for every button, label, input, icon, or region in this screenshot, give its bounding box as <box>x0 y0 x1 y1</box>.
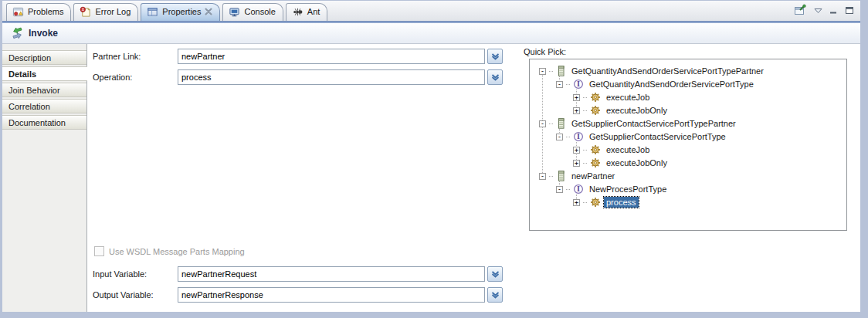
collapse-expander[interactable]: - <box>556 134 563 140</box>
tree-connector <box>549 176 553 177</box>
tab-console[interactable]: Console <box>222 3 283 21</box>
tree-item-label: executeJob <box>604 144 652 155</box>
tree-item[interactable]: - GetQuantityAndSendOrderServicePortType… <box>530 65 846 77</box>
tab-label: Properties <box>162 7 201 16</box>
tree-connector <box>583 202 587 203</box>
interface-icon: I <box>573 131 584 142</box>
view-menu-chevron-icon[interactable] <box>814 8 822 14</box>
tree-item[interactable]: - GetSupplierContactServicePortTypePartn… <box>530 117 846 130</box>
tree-item[interactable]: - I NewProcesPortType <box>530 183 846 195</box>
wsdl-mapping-label: Use WSDL Message Parts Mapping <box>109 247 245 256</box>
tree-connector <box>566 189 570 190</box>
tab-label: Problems <box>28 7 63 16</box>
view-tab-bar: Problems Error Log Properties <box>2 1 860 21</box>
tab-label: Ant <box>307 7 320 16</box>
tree-item-label: NewProcesPortType <box>587 184 669 195</box>
tree-item[interactable]: + executeJobOnly <box>530 104 846 117</box>
sidebar-item-documentation[interactable]: Documentation <box>2 115 86 130</box>
tab-label: Console <box>244 7 275 16</box>
pin-view-icon[interactable] <box>794 4 807 17</box>
operation-dropdown-button[interactable] <box>487 69 503 85</box>
operation-icon <box>590 105 601 116</box>
tree-item[interactable]: + executeJob <box>530 144 846 156</box>
maximize-icon[interactable] <box>845 6 854 15</box>
operation-icon <box>590 157 601 168</box>
properties-icon <box>147 6 158 18</box>
expand-expander[interactable]: + <box>573 199 580 206</box>
tree-connector <box>549 71 553 72</box>
tree-item[interactable]: + executeJobOnly <box>530 157 846 169</box>
sidebar-item-correlation[interactable]: Correlation <box>2 99 86 113</box>
expand-expander[interactable]: + <box>573 107 580 114</box>
invoke-icon <box>11 27 23 39</box>
tab-ant[interactable]: Ant <box>286 3 328 21</box>
tree-connector <box>583 97 587 98</box>
input-variable-field[interactable] <box>178 266 485 282</box>
operation-label: Operation: <box>93 73 132 82</box>
ant-icon <box>292 6 303 18</box>
partner-link-icon <box>556 66 566 76</box>
interface-icon: I <box>573 79 584 90</box>
partner-link-icon <box>556 171 566 181</box>
close-icon[interactable] <box>205 8 212 15</box>
tree-connector <box>583 163 587 164</box>
tree-item-label: GetQuantityAndSendOrderServicePortTypePa… <box>569 66 766 76</box>
svg-text:I: I <box>577 133 580 140</box>
view-toolbar <box>794 4 854 17</box>
partner-link-dropdown-button[interactable] <box>487 49 503 64</box>
sidebar: Description Details Join Behavior Correl… <box>2 44 87 312</box>
tree-item-label: process <box>604 197 639 208</box>
sidebar-item-details[interactable]: Details <box>2 66 87 81</box>
interface-icon: I <box>573 184 584 195</box>
collapse-expander[interactable]: - <box>556 81 563 88</box>
input-variable-dropdown-button[interactable] <box>487 266 503 282</box>
output-variable-label: Output Variable: <box>93 290 154 299</box>
operation-icon <box>590 144 601 155</box>
partner-link-icon <box>556 118 566 129</box>
tree-connector <box>583 110 587 111</box>
partner-link-label: Partner Link: <box>93 52 141 61</box>
tree-connector <box>583 150 587 151</box>
tree-item-selected[interactable]: + process <box>530 196 846 208</box>
tab-problems[interactable]: Problems <box>6 3 71 21</box>
tree-connector <box>566 137 570 137</box>
output-variable-dropdown-button[interactable] <box>487 287 503 303</box>
operation-icon <box>590 197 601 208</box>
minimize-icon[interactable] <box>829 7 838 15</box>
tree-item-label: executeJob <box>604 92 652 103</box>
expand-expander[interactable]: + <box>573 147 580 154</box>
expand-expander[interactable]: + <box>573 94 580 101</box>
view-header: Invoke <box>2 23 860 44</box>
sidebar-item-description[interactable]: Description <box>2 50 86 65</box>
quick-pick-tree: - GetQuantityAndSendOrderServicePortType… <box>529 59 847 231</box>
window-frame: Problems Error Log Properties <box>0 0 868 318</box>
problems-icon <box>12 6 24 18</box>
output-variable-field[interactable] <box>178 287 485 303</box>
collapse-expander[interactable]: - <box>539 173 546 180</box>
properties-view-window: Problems Error Log Properties <box>2 1 860 312</box>
tree-item[interactable]: - I GetSupplierContactServicePortType <box>530 130 846 143</box>
expand-expander[interactable]: + <box>573 160 580 167</box>
operation-icon <box>590 92 601 103</box>
collapse-expander[interactable]: - <box>539 68 546 75</box>
operation-field[interactable] <box>178 69 485 85</box>
tree-connector <box>549 123 553 124</box>
tree-item[interactable]: - newPartner <box>530 170 846 182</box>
console-icon <box>229 6 240 18</box>
tree-item-label: GetSupplierContactServicePortTypePartner <box>569 118 738 129</box>
tree-connector <box>566 84 570 85</box>
quick-pick-label: Quick Pick: <box>524 47 566 56</box>
tab-error-log[interactable]: Error Log <box>73 3 138 21</box>
tree-item[interactable]: - I GetQuantityAndSendOrderServicePortTy… <box>530 78 846 90</box>
collapse-expander[interactable]: - <box>556 186 563 193</box>
tree-item[interactable]: + executeJob <box>530 91 846 103</box>
page-title: Invoke <box>29 28 58 39</box>
error-log-icon <box>80 6 91 18</box>
partner-link-field[interactable] <box>178 49 485 64</box>
tab-properties[interactable]: Properties <box>141 3 220 21</box>
sidebar-item-join-behavior[interactable]: Join Behavior <box>2 83 86 97</box>
tree-item-label: GetSupplierContactServicePortType <box>587 131 728 142</box>
tree-item-label: executeJobOnly <box>604 105 670 116</box>
collapse-expander[interactable]: - <box>539 120 546 127</box>
svg-text:I: I <box>577 80 580 88</box>
